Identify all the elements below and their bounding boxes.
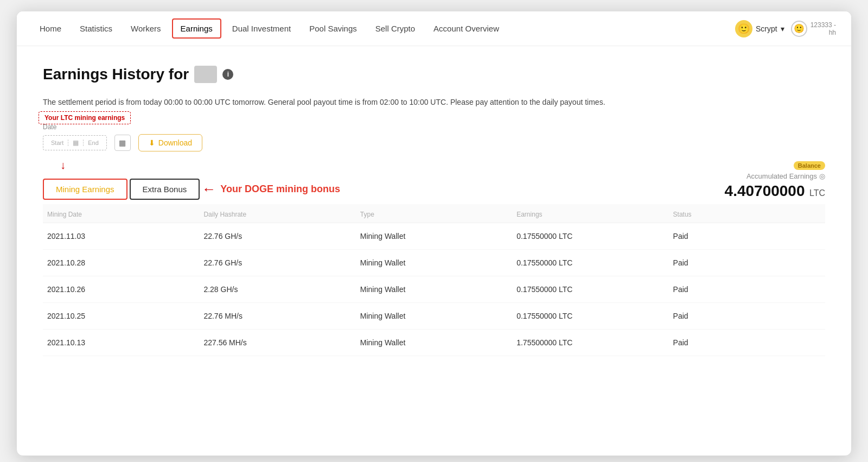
table-body: 2021.11.0322.76 GH/sMining Wallet0.17550… — [43, 223, 825, 356]
ltc-arrow-down: ↓ — [60, 159, 66, 172]
page-title-row: Earnings History for hh i — [43, 66, 825, 83]
table-cell-2-1: 2.28 GH/s — [199, 285, 355, 294]
nav-account-right: 123333 - hh — [810, 21, 836, 36]
table-cell-2-4: Paid — [669, 285, 825, 294]
table-row: 2021.10.13227.56 MH/sMining Wallet1.7550… — [43, 330, 825, 356]
date-separator-icon: ▦ — [73, 139, 79, 147]
table-row: 2021.10.2822.76 GH/sMining Wallet0.17550… — [43, 250, 825, 276]
nav-items: Home Statistics Workers Earnings Dual In… — [32, 18, 735, 39]
nav-earnings[interactable]: Earnings — [172, 18, 221, 39]
nav-account-overview[interactable]: Account Overview — [426, 20, 507, 37]
tab-mining-earnings[interactable]: Mining Earnings — [43, 179, 127, 200]
balance-badge: Balance — [794, 161, 825, 170]
start-label: Start — [51, 140, 68, 146]
calendar-icon[interactable]: ▦ — [114, 135, 131, 151]
col-status: Status — [669, 211, 825, 218]
download-label: Download — [158, 138, 192, 147]
table-cell-0-4: Paid — [669, 232, 825, 241]
doge-annotation: ← Your DOGE mining bonus — [202, 181, 340, 198]
table-cell-0-1: 22.76 GH/s — [199, 232, 355, 241]
eye-icon[interactable]: ◎ — [819, 172, 825, 180]
table-cell-2-3: 0.17550000 LTC — [512, 285, 668, 294]
table-cell-2-0: 2021.10.26 — [43, 285, 199, 294]
table-cell-2-2: Mining Wallet — [356, 285, 512, 294]
nav-username: 123333 - — [810, 21, 836, 29]
nav-account-icon: 🙂 — [791, 21, 807, 37]
doge-annotation-text: Your DOGE mining bonus — [220, 183, 340, 195]
accumulated-label: Accumulated Earnings ◎ — [746, 172, 825, 180]
table-cell-3-4: Paid — [669, 312, 825, 320]
nav-home[interactable]: Home — [32, 20, 69, 37]
navbar: Home Statistics Workers Earnings Dual In… — [17, 11, 851, 46]
nav-user-label: Scrypt — [756, 24, 777, 33]
nav-avatar-icon: 🙂 — [735, 20, 752, 37]
col-mining-date: Mining Date — [43, 211, 199, 218]
table-cell-0-2: Mining Wallet — [356, 232, 512, 241]
col-earnings: Earnings — [512, 211, 668, 218]
table-row: 2021.10.2522.76 MH/sMining Wallet0.17550… — [43, 303, 825, 330]
table-cell-4-4: Paid — [669, 338, 825, 347]
page-title-blurred: hh — [194, 66, 217, 83]
table-cell-1-4: Paid — [669, 258, 825, 267]
table-cell-4-0: 2021.10.13 — [43, 338, 199, 347]
table-cell-1-3: 0.17550000 LTC — [512, 258, 668, 267]
accumulated-value-row: 4.40700000 LTC — [725, 182, 825, 200]
accumulated-currency: LTC — [809, 188, 825, 198]
doge-arrow-icon: ← — [202, 181, 216, 198]
nav-right: 🙂 Scrypt ▾ 🙂 123333 - hh — [735, 20, 836, 37]
nav-sell-crypto[interactable]: Sell Crypto — [368, 20, 423, 37]
table-cell-4-2: Mining Wallet — [356, 338, 512, 347]
nav-pool-savings[interactable]: Pool Savings — [302, 20, 365, 37]
nav-user[interactable]: 🙂 Scrypt ▾ — [735, 20, 784, 37]
table-cell-4-3: 1.75500000 LTC — [512, 338, 668, 347]
main-content: Earnings History for hh i The settlement… — [17, 46, 851, 378]
page-title-prefix: Earnings History for — [43, 66, 189, 83]
table-cell-3-0: 2021.10.25 — [43, 312, 199, 320]
app-window: Home Statistics Workers Earnings Dual In… — [16, 11, 852, 456]
ltc-annotation: Your LTC mining earnings — [39, 111, 131, 124]
col-daily-hashrate: Daily Hashrate — [199, 211, 355, 218]
table-row: 2021.10.262.28 GH/sMining Wallet0.175500… — [43, 276, 825, 303]
nav-workers[interactable]: Workers — [123, 20, 169, 37]
table-cell-3-3: 0.17550000 LTC — [512, 312, 668, 320]
table-row: 2021.11.0322.76 GH/sMining Wallet0.17550… — [43, 223, 825, 250]
col-type: Type — [356, 211, 512, 218]
nav-account[interactable]: 🙂 123333 - hh — [791, 21, 836, 37]
date-row: Your LTC mining earnings Start ▦ End ↓ ▦… — [43, 134, 825, 151]
nav-dropdown-arrow[interactable]: ▾ — [781, 24, 784, 33]
info-icon[interactable]: i — [222, 69, 233, 80]
download-icon: ⬇ — [149, 138, 155, 147]
table-cell-3-1: 22.76 MH/s — [199, 312, 355, 320]
top-right-area: Balance Accumulated Earnings ◎ 4.4070000… — [725, 161, 825, 200]
date-label: Date — [43, 123, 825, 131]
tab-extra-bonus[interactable]: Extra Bonus — [130, 179, 200, 200]
table-cell-0-3: 0.17550000 LTC — [512, 232, 668, 241]
date-range-box[interactable]: Start ▦ End — [43, 135, 107, 150]
tabs-left: Mining Earnings Extra Bonus ← Your DOGE … — [43, 179, 340, 200]
table-cell-3-2: Mining Wallet — [356, 312, 512, 320]
accumulated-value: 4.40700000 — [725, 182, 805, 199]
end-label: End — [83, 140, 99, 146]
table-cell-1-0: 2021.10.28 — [43, 258, 199, 267]
table-cell-1-2: Mining Wallet — [356, 258, 512, 267]
table-cell-1-1: 22.76 GH/s — [199, 258, 355, 267]
download-button[interactable]: ⬇ Download — [138, 134, 202, 151]
nav-statistics[interactable]: Statistics — [72, 20, 120, 37]
settlement-text: The settlement period is from today 00:0… — [43, 96, 825, 108]
table-cell-4-1: 227.56 MH/s — [199, 338, 355, 347]
table-cell-0-0: 2021.11.03 — [43, 232, 199, 241]
date-range-wrapper: Your LTC mining earnings Start ▦ End ↓ — [43, 135, 107, 150]
table-header: Mining Date Daily Hashrate Type Earnings… — [43, 204, 825, 223]
nav-dual-investment[interactable]: Dual Investment — [225, 20, 298, 37]
nav-account-label: hh — [810, 29, 836, 36]
tabs-balance-row: Mining Earnings Extra Bonus ← Your DOGE … — [43, 161, 825, 200]
